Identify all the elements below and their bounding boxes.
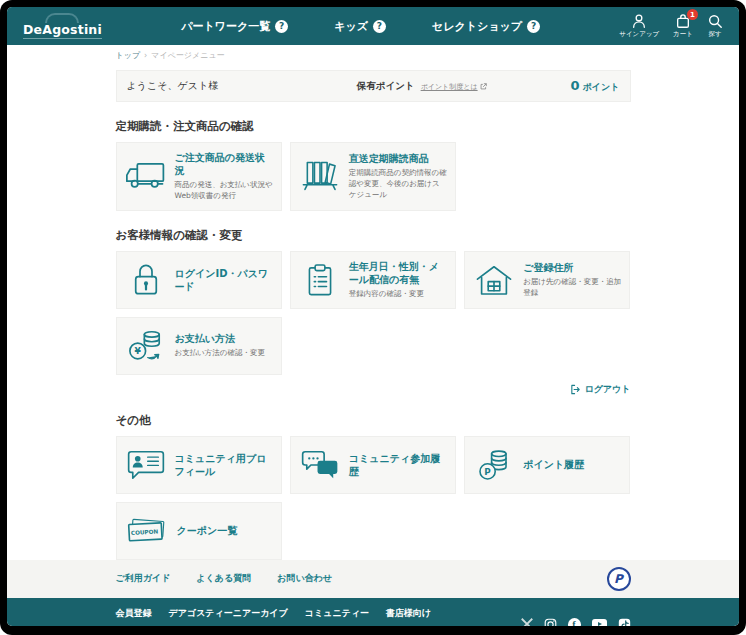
card-community-history[interactable]: コミュニティ参加履歴 <box>290 436 456 494</box>
clipboard-icon <box>299 263 341 297</box>
card-desc: お支払い方法の確認・変更 <box>175 348 266 359</box>
svg-text:¥: ¥ <box>134 346 141 356</box>
footer-faq-link[interactable]: よくある質問 <box>196 572 251 585</box>
footer-guide-link[interactable]: ご利用ガイド <box>116 572 171 585</box>
user-icon <box>631 13 647 29</box>
nav-label: パートワーク一覧 <box>181 19 270 34</box>
page: DeAgostini パートワーク一覧 ? キッズ ? セレクトショップ ? サ… <box>7 7 739 626</box>
signup-button[interactable]: サインアップ <box>619 13 659 39</box>
card-desc: 定期購読商品の契約情報の確認や変更、今後のお届けスケジュール <box>349 168 447 201</box>
footer-community-link[interactable]: コミュニティー <box>305 607 369 620</box>
payment-yen-icon: ¥ <box>125 329 167 363</box>
greeting-text: ようこそ、ゲスト様 <box>127 79 219 93</box>
breadcrumb-home-link[interactable]: トップ <box>116 50 141 61</box>
window-frame: DeAgostini パートワーク一覧 ? キッズ ? セレクトショップ ? サ… <box>0 0 746 635</box>
points-system-link[interactable]: ポイント制度とは <box>421 82 487 92</box>
cart-label: カート <box>673 30 693 39</box>
logout-link[interactable]: ログアウト <box>570 383 630 396</box>
facebook-icon[interactable]: f <box>568 618 581 626</box>
card-title: ログインID・パスワード <box>175 267 273 293</box>
card-text: コミュニティ参加履歴 <box>349 452 447 478</box>
points-value: 0 ポイント <box>571 78 620 94</box>
card-row: ご注文商品の発送状況 商品の発送、お支払い状況やWeb領収書の発行 直送定期購読… <box>116 142 631 211</box>
signup-label: サインアップ <box>619 30 659 39</box>
x-twitter-icon[interactable] <box>521 618 533 626</box>
logout-label: ログアウト <box>584 383 630 396</box>
point-coins-icon: P <box>473 448 515 482</box>
card-text: 直送定期購読商品 定期購読商品の契約情報の確認や変更、今後のお届けスケジュール <box>349 152 447 201</box>
breadcrumb-separator: › <box>144 51 147 60</box>
card-text: ログインID・パスワード <box>175 267 273 293</box>
card-desc: 商品の発送、お支払い状況やWeb領収書の発行 <box>175 180 273 202</box>
nav-label: セレクトショップ <box>432 19 522 34</box>
card-title: ご登録住所 <box>523 261 621 274</box>
footer-member-registration-link[interactable]: 会員登録 <box>116 607 152 620</box>
svg-text:P: P <box>485 466 492 476</box>
welcome-bar: ようこそ、ゲスト様 保有ポイント ポイント制度とは 0 ポイント <box>116 70 631 102</box>
card-desc: 登録内容の確認・変更 <box>349 289 447 300</box>
cart-badge: 1 <box>687 9 698 20</box>
card-desc: お届け先の確認・変更・追加登録 <box>523 277 621 299</box>
card-community-profile[interactable]: コミュニティ用プロフィール <box>116 436 282 494</box>
social-links: f <box>521 618 631 626</box>
section-heading-customer-info: お客様情報の確認・変更 <box>116 228 631 243</box>
lock-icon <box>125 262 167 298</box>
footer-archive-link[interactable]: デアゴスティーニアーカイブ <box>169 607 288 620</box>
deagostini-logo[interactable]: DeAgostini <box>23 13 102 39</box>
search-icon <box>707 13 723 29</box>
card-order-shipping-status[interactable]: ご注文商品の発送状況 商品の発送、お支払い状況やWeb領収書の発行 <box>116 142 282 211</box>
nav-label: キッズ <box>334 19 368 34</box>
card-text: ポイント履歴 <box>523 458 584 471</box>
help-icon[interactable]: ? <box>373 20 386 33</box>
card-row: ログインID・パスワード 生年月日・性別・メール配信の有無 登録内容の確認・変更 <box>116 251 631 375</box>
profile-bubble-icon <box>125 450 167 480</box>
search-button[interactable]: 探す <box>707 13 723 39</box>
chat-bubbles-icon <box>299 450 341 480</box>
house-icon <box>473 264 515 296</box>
section-heading-others: その他 <box>116 413 631 428</box>
card-title: ご注文商品の発送状況 <box>175 151 273 177</box>
card-text: クーポン一覧 <box>177 524 238 537</box>
header-actions: サインアップ 1 カート 探す <box>619 13 723 39</box>
main-content: トップ › マイページメニュー ようこそ、ゲスト様 保有ポイント ポイント制度と… <box>116 45 631 560</box>
tiktok-icon[interactable] <box>618 618 631 626</box>
help-icon[interactable]: ? <box>275 20 288 33</box>
card-text: コミュニティ用プロフィール <box>175 452 273 478</box>
card-payment-method[interactable]: ¥ お支払い方法 お支払い方法の確認・変更 <box>116 317 282 375</box>
card-title: 生年月日・性別・メール配信の有無 <box>349 260 447 286</box>
footer-utility: ご利用ガイド よくある質問 お問い合わせ P <box>7 560 739 598</box>
logo-text: DeAgostini <box>23 24 102 39</box>
footer-main: 会員登録 デアゴスティーニアーカイブ コミュニティー 書店様向け ご利用規約 個… <box>7 598 739 626</box>
instagram-icon[interactable] <box>544 618 557 626</box>
card-title: お支払い方法 <box>175 332 266 345</box>
points-label: 保有ポイント <box>357 80 415 93</box>
card-text: ご注文商品の発送状況 商品の発送、お支払い状況やWeb領収書の発行 <box>175 151 273 202</box>
card-row: コミュニティ用プロフィール コミュニティ参加履歴 <box>116 436 631 560</box>
footer-bookstore-link[interactable]: 書店様向け <box>386 607 431 620</box>
youtube-icon[interactable] <box>592 618 607 626</box>
card-title: 直送定期購読商品 <box>349 152 447 165</box>
truck-icon <box>125 161 167 191</box>
card-registered-address[interactable]: ご登録住所 お届け先の確認・変更・追加登録 <box>464 251 630 309</box>
card-direct-subscription[interactable]: 直送定期購読商品 定期購読商品の契約情報の確認や変更、今後のお届けスケジュール <box>290 142 456 211</box>
card-text: ご登録住所 お届け先の確認・変更・追加登録 <box>523 261 621 299</box>
help-icon[interactable]: ? <box>527 20 540 33</box>
privacy-mark-icon[interactable]: P <box>607 567 631 591</box>
nav-kids[interactable]: キッズ ? <box>334 19 386 34</box>
logout-icon <box>570 384 581 395</box>
breadcrumb: トップ › マイページメニュー <box>116 50 631 61</box>
cart-button[interactable]: 1 カート <box>673 13 693 39</box>
nav-partwork-list[interactable]: パートワーク一覧 ? <box>181 19 288 34</box>
card-point-history[interactable]: P ポイント履歴 <box>464 436 630 494</box>
card-login-id-password[interactable]: ログインID・パスワード <box>116 251 282 309</box>
breadcrumb-current: マイページメニュー <box>151 50 224 61</box>
search-label: 探す <box>708 30 721 39</box>
points-number: 0 <box>571 78 580 93</box>
card-birthdate-gender-mail[interactable]: 生年月日・性別・メール配信の有無 登録内容の確認・変更 <box>290 251 456 309</box>
points-link-label: ポイント制度とは <box>421 82 478 92</box>
footer-contact-link[interactable]: お問い合わせ <box>277 572 332 585</box>
nav-select-shop[interactable]: セレクトショップ ? <box>432 19 540 34</box>
points-unit: ポイント <box>583 81 620 94</box>
card-coupon-list[interactable]: COUPON クーポン一覧 <box>116 502 282 560</box>
card-title: ポイント履歴 <box>523 458 584 471</box>
